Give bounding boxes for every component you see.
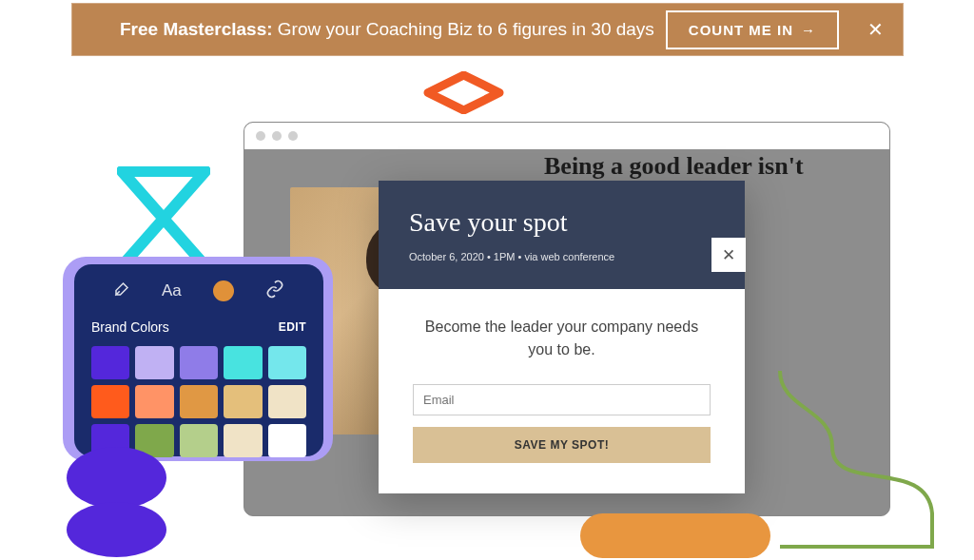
color-swatch[interactable]	[91, 346, 129, 379]
brand-colors-label: Brand Colors	[91, 319, 169, 335]
svg-marker-0	[428, 75, 499, 110]
close-icon[interactable]: ✕	[867, 18, 884, 41]
popup-header: Save your spot October 6, 2020 • 1PM • v…	[379, 181, 745, 289]
color-swatch[interactable]	[180, 346, 218, 379]
diamond-decoration	[423, 71, 504, 114]
edit-button[interactable]: EDIT	[279, 320, 306, 334]
cta-label: COUNT ME IN	[689, 22, 793, 38]
brand-colors-panel: Aa Brand Colors EDIT	[74, 264, 323, 456]
link-icon[interactable]	[265, 280, 284, 302]
typography-tab[interactable]: Aa	[162, 281, 182, 300]
signup-popup: Save your spot October 6, 2020 • 1PM • v…	[379, 181, 745, 493]
panel-tabs: Aa	[91, 280, 306, 302]
brush-icon[interactable]	[113, 280, 130, 301]
popup-close-button[interactable]: ✕	[711, 238, 746, 272]
browser-chrome	[244, 123, 889, 149]
color-swatch[interactable]	[268, 424, 306, 457]
color-swatch[interactable]	[224, 346, 262, 379]
hourglass-decoration	[117, 166, 210, 271]
green-squiggle-decoration	[775, 361, 965, 551]
color-swatch[interactable]	[268, 385, 306, 418]
orange-pill-decoration	[580, 513, 770, 558]
popup-tagline: Become the leader your company needs you…	[413, 316, 711, 361]
count-me-in-button[interactable]: COUNT ME IN →	[666, 10, 839, 49]
panel-header-row: Brand Colors EDIT	[91, 319, 306, 335]
promo-banner: Free Masterclass: Grow your Coaching Biz…	[71, 3, 904, 56]
arrow-right-icon: →	[801, 22, 816, 38]
save-my-spot-button[interactable]: SAVE MY SPOT!	[413, 427, 711, 463]
color-swatch[interactable]	[268, 346, 306, 379]
color-swatch[interactable]	[91, 385, 129, 418]
banner-rest: Grow your Coaching Biz to 6 figures in 3…	[273, 19, 654, 39]
banner-text: Free Masterclass: Grow your Coaching Biz…	[91, 19, 666, 40]
window-dot	[272, 131, 282, 141]
popup-body: Become the leader your company needs you…	[379, 289, 745, 493]
window-dot	[288, 131, 298, 141]
window-dot	[256, 131, 265, 141]
email-field[interactable]	[413, 384, 711, 415]
colors-tab-active[interactable]	[213, 280, 234, 301]
color-swatch[interactable]	[224, 385, 262, 418]
banner-bold: Free Masterclass:	[120, 19, 273, 39]
purple-blob-decoration	[67, 447, 166, 509]
color-swatch[interactable]	[135, 385, 173, 418]
popup-meta: October 6, 2020 • 1PM • via web conferen…	[409, 251, 714, 262]
popup-title: Save your spot	[409, 207, 714, 238]
swatch-grid	[91, 346, 306, 457]
color-swatch[interactable]	[224, 424, 262, 457]
purple-blob-decoration	[67, 502, 166, 557]
color-swatch[interactable]	[180, 424, 218, 457]
color-swatch[interactable]	[180, 385, 218, 418]
color-swatch[interactable]	[135, 346, 173, 379]
